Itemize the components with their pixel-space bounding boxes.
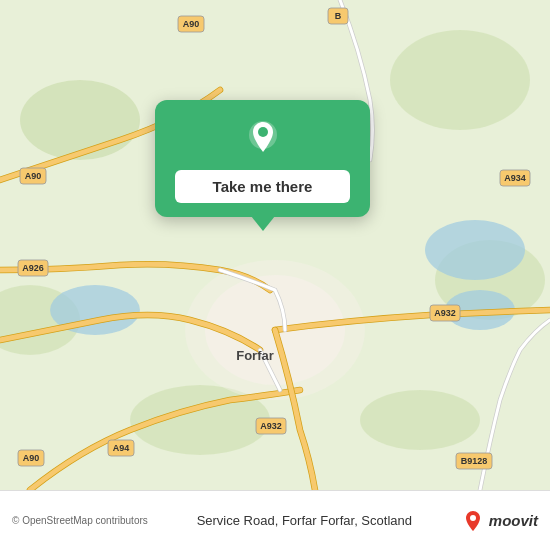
svg-text:B9128: B9128 [461, 456, 488, 466]
moovit-icon [461, 509, 485, 533]
svg-point-35 [470, 515, 476, 521]
moovit-text: moovit [489, 512, 538, 529]
svg-point-1 [20, 80, 140, 160]
svg-text:A932: A932 [260, 421, 282, 431]
osm-attribution: © OpenStreetMap contributors [12, 515, 148, 526]
svg-point-6 [360, 390, 480, 450]
address-label: Service Road, Forfar Forfar, Scotland [156, 513, 453, 528]
svg-text:A90: A90 [183, 19, 200, 29]
svg-point-2 [390, 30, 530, 130]
svg-text:A94: A94 [113, 443, 130, 453]
popup-card: Take me there [155, 100, 370, 217]
location-pin-icon [241, 118, 285, 162]
svg-text:A90: A90 [25, 171, 42, 181]
svg-text:A926: A926 [22, 263, 44, 273]
svg-text:A90: A90 [23, 453, 40, 463]
svg-text:Forfar: Forfar [236, 348, 274, 363]
svg-text:B: B [335, 11, 342, 21]
svg-point-8 [425, 220, 525, 280]
map-container: A90 A90 A90 A926 A94 A934 A932 A932 B912… [0, 0, 550, 490]
moovit-logo: moovit [461, 509, 538, 533]
bottom-bar: © OpenStreetMap contributors Service Roa… [0, 490, 550, 550]
take-me-there-button[interactable]: Take me there [175, 170, 350, 203]
svg-point-34 [258, 127, 268, 137]
svg-text:A934: A934 [504, 173, 526, 183]
svg-text:A932: A932 [434, 308, 456, 318]
